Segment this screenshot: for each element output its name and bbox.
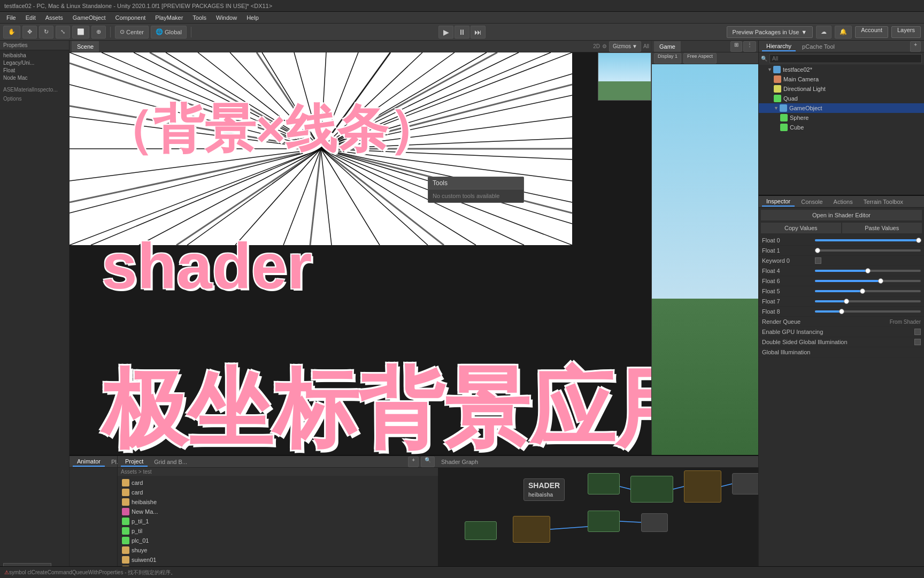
toolbar-global[interactable]: 🌐 Global: [151, 26, 187, 39]
keyword0-row: Keyword 0: [759, 256, 924, 266]
asset-plc01[interactable]: plc_01: [120, 536, 436, 545]
animator-panel: Animator Pl...: [70, 456, 118, 578]
menu-help[interactable]: Help: [242, 13, 263, 22]
node-block-4[interactable]: [732, 473, 758, 495]
hierarchy-tab[interactable]: Hierarchy: [762, 42, 796, 51]
toolbar-move[interactable]: ✥: [22, 26, 37, 39]
menu-gameobject[interactable]: GameObject: [68, 13, 110, 22]
more-button[interactable]: ⋮: [743, 41, 756, 52]
gpu-instancing-checkbox[interactable]: [914, 329, 921, 335]
preview-packages-button[interactable]: Preview Packages in Use ▼: [727, 26, 813, 38]
collab-button[interactable]: ☁: [816, 26, 831, 39]
hierarchy-cube[interactable]: Cube: [759, 123, 924, 132]
float7-slider-container[interactable]: [815, 300, 921, 302]
float8-slider[interactable]: [815, 310, 921, 313]
node-block-1[interactable]: [588, 473, 620, 495]
inspector-tab[interactable]: Inspector: [762, 197, 795, 207]
grid-brush-tab[interactable]: Grid and B...: [150, 458, 191, 466]
asset-ptil[interactable]: p_til: [120, 526, 436, 536]
step-button[interactable]: ⏭: [471, 26, 486, 39]
node-block-7[interactable]: [465, 521, 497, 540]
float0-slider-container[interactable]: [815, 239, 921, 241]
float1-row: Float 1: [759, 246, 924, 256]
free-aspect-button[interactable]: Free Aspect: [683, 53, 717, 64]
mode-2d[interactable]: 2D: [593, 43, 600, 49]
asset-ptil1[interactable]: p_til_1: [120, 516, 436, 526]
node-block-3[interactable]: [684, 470, 721, 503]
toolbar-rotate[interactable]: ↻: [39, 26, 53, 39]
node-block-8[interactable]: [513, 516, 550, 543]
actions-tab[interactable]: Actions: [829, 197, 857, 206]
toolbar-hand[interactable]: ✋: [3, 26, 20, 39]
float8-slider-container[interactable]: [815, 310, 921, 313]
node-block-5[interactable]: [588, 511, 620, 532]
float5-slider[interactable]: [815, 290, 921, 292]
node-canvas[interactable]: SHADER heibaisha: [438, 468, 758, 578]
float0-label: Float 0: [762, 237, 815, 244]
menu-file[interactable]: File: [2, 13, 20, 22]
open-shader-editor-button[interactable]: Open in Shader Editor: [761, 210, 922, 220]
hierarchy-search-input[interactable]: [769, 54, 922, 63]
pcache-tab[interactable]: pCache Tool: [798, 42, 839, 51]
double-sided-gi-checkbox[interactable]: [914, 339, 921, 345]
hierarchy-gameobject[interactable]: ▼ GameObject: [759, 103, 924, 113]
project-tab[interactable]: Project: [121, 457, 148, 467]
float4-slider[interactable]: [815, 270, 921, 272]
float0-slider[interactable]: [815, 239, 921, 241]
float4-slider-container[interactable]: [815, 270, 921, 272]
cloud-button[interactable]: 🔔: [835, 26, 852, 39]
gizmos-button[interactable]: Gizmos ▼: [609, 41, 641, 52]
maximize-button[interactable]: ⊞: [730, 41, 742, 52]
toolbar-transform[interactable]: ⊕: [91, 26, 106, 39]
animator-tab[interactable]: Animator: [73, 457, 105, 467]
menu-edit[interactable]: Edit: [21, 13, 40, 22]
hierarchy-main-camera[interactable]: Main Camera: [759, 74, 924, 84]
account-button[interactable]: Account: [855, 26, 888, 38]
menu-tools[interactable]: Tools: [188, 13, 211, 22]
toolbar-center[interactable]: ⊙ Center: [115, 26, 149, 39]
node-block-6[interactable]: [641, 513, 668, 532]
node-block-2[interactable]: [630, 476, 673, 503]
hierarchy-add-btn[interactable]: +: [910, 41, 921, 52]
float6-slider-container[interactable]: [815, 280, 921, 282]
float1-slider-container[interactable]: [815, 249, 921, 252]
hierarchy-dir-light[interactable]: Directional Light: [759, 84, 924, 94]
gameobj-icon: [780, 104, 787, 112]
project-search-btn[interactable]: 🔍: [421, 457, 435, 467]
scene-options[interactable]: ⚙: [602, 43, 607, 49]
keyword0-checkbox[interactable]: [815, 257, 821, 264]
menu-window[interactable]: Window: [212, 13, 241, 22]
asset-suiwen01[interactable]: suiwen01: [120, 555, 436, 565]
hierarchy-sphere[interactable]: Sphere: [759, 113, 924, 123]
float6-slider[interactable]: [815, 280, 921, 282]
menu-component[interactable]: Component: [111, 13, 150, 22]
float7-slider[interactable]: [815, 300, 921, 302]
asset-shuye[interactable]: shuye: [120, 545, 436, 555]
scene-tab[interactable]: Scene: [72, 41, 99, 52]
hierarchy-quad[interactable]: Quad: [759, 94, 924, 103]
menu-playmaker[interactable]: PlayMaker: [151, 13, 187, 22]
asset-heibaishe[interactable]: heibaishe: [120, 497, 436, 507]
console-tab[interactable]: Console: [797, 197, 827, 206]
float5-slider-container[interactable]: [815, 290, 921, 292]
display-button[interactable]: Display 1: [654, 53, 681, 64]
play-button[interactable]: ▶: [438, 26, 453, 39]
copy-values-button[interactable]: Copy Values: [761, 223, 841, 233]
asset-card-1[interactable]: card: [120, 478, 436, 488]
float4-row: Float 4: [759, 266, 924, 276]
project-add-btn[interactable]: +: [408, 457, 419, 467]
menu-assets[interactable]: Assets: [41, 13, 67, 22]
asset-card-2[interactable]: card: [120, 488, 436, 497]
toolbar-scale[interactable]: ⤡: [56, 26, 70, 39]
asset-newma[interactable]: New Ma...: [120, 507, 436, 516]
toolbar-rect[interactable]: ⬜: [72, 26, 89, 39]
layers-button[interactable]: Layers: [891, 26, 921, 38]
render-queue-value: From Shader: [890, 319, 921, 325]
paste-values-button[interactable]: Paste Values: [842, 223, 922, 233]
pause-button[interactable]: ⏸: [455, 26, 469, 39]
terrain-toolbox-tab[interactable]: Terrain Toolbox: [859, 197, 907, 206]
game-tab[interactable]: Game: [654, 41, 681, 52]
toolbar-right: Preview Packages in Use ▼ ☁ 🔔 Account La…: [727, 26, 921, 39]
hierarchy-root[interactable]: ▼ testface02*: [759, 65, 924, 74]
float1-slider[interactable]: [815, 249, 921, 252]
